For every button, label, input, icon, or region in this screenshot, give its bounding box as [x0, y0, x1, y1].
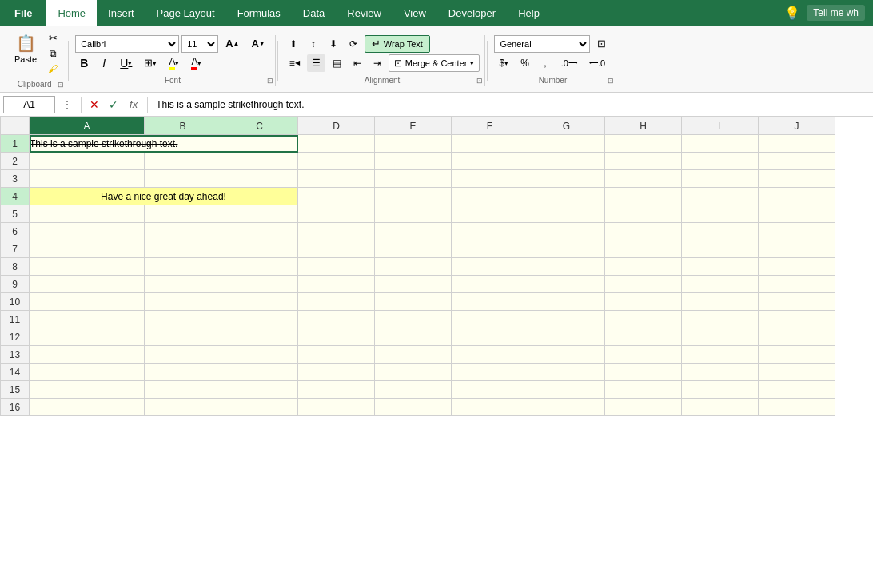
cell-g4[interactable] [528, 188, 605, 205]
increase-indent-button[interactable]: ⇥ [369, 54, 386, 72]
col-header-f[interactable]: F [452, 117, 528, 135]
number-expand-btn[interactable]: ⊡ [592, 35, 611, 53]
cell-d3[interactable] [298, 170, 375, 188]
number-format-select[interactable]: General [494, 35, 590, 53]
row-header-3[interactable]: 3 [1, 170, 30, 188]
cell-c5[interactable] [221, 205, 298, 223]
cell-g15[interactable] [528, 381, 605, 399]
cell-i16[interactable] [682, 399, 759, 416]
cell-g11[interactable] [528, 311, 605, 328]
cell-b15[interactable] [145, 381, 221, 399]
cell-d13[interactable] [298, 346, 375, 364]
cell-f11[interactable] [452, 311, 528, 328]
align-right-button[interactable]: ▤ [328, 54, 346, 72]
align-bottom-button[interactable]: ⬇ [325, 35, 342, 53]
cell-i7[interactable] [682, 240, 759, 258]
cell-j12[interactable] [759, 328, 835, 346]
cell-f12[interactable] [452, 328, 528, 346]
orientation-button[interactable]: ⟳ [345, 35, 362, 53]
cell-b6[interactable] [145, 223, 221, 240]
cell-j3[interactable] [759, 170, 835, 188]
align-mid-button[interactable]: ↕ [305, 35, 322, 53]
cell-f13[interactable] [452, 346, 528, 364]
cell-h3[interactable] [605, 170, 682, 188]
cell-c16[interactable] [221, 399, 298, 416]
fill-color-button[interactable]: A▾ [164, 54, 184, 72]
merge-center-dropdown-icon[interactable]: ▾ [470, 59, 474, 67]
cell-f6[interactable] [452, 223, 528, 240]
cell-f1[interactable] [452, 135, 528, 153]
row-header-2[interactable]: 2 [1, 153, 30, 170]
cell-d15[interactable] [298, 381, 375, 399]
tell-me-box[interactable]: Tell me wh [807, 5, 865, 21]
row-header-8[interactable]: 8 [1, 258, 30, 276]
cell-g7[interactable] [528, 240, 605, 258]
cell-a9[interactable] [30, 276, 145, 293]
paste-button[interactable]: 📋 Paste [8, 30, 43, 67]
row-header-15[interactable]: 15 [1, 381, 30, 399]
cell-a8[interactable] [30, 258, 145, 276]
cell-i5[interactable] [682, 205, 759, 223]
increase-font-button[interactable]: A▲ [221, 35, 244, 53]
cell-f4[interactable] [452, 188, 528, 205]
tab-page-layout[interactable]: Page Layout [146, 0, 226, 26]
cell-i11[interactable] [682, 311, 759, 328]
cell-g1[interactable] [528, 135, 605, 153]
tab-home[interactable]: Home [46, 0, 97, 26]
cell-i2[interactable] [682, 153, 759, 170]
cell-h9[interactable] [605, 276, 682, 293]
cell-c2[interactable] [221, 153, 298, 170]
col-header-e[interactable]: E [375, 117, 452, 135]
cell-g12[interactable] [528, 328, 605, 346]
cell-c9[interactable] [221, 276, 298, 293]
accounting-format-button[interactable]: $▾ [494, 54, 513, 72]
cell-c15[interactable] [221, 381, 298, 399]
align-top-button[interactable]: ⬆ [285, 35, 302, 53]
cell-b2[interactable] [145, 153, 221, 170]
cell-b11[interactable] [145, 311, 221, 328]
cell-d5[interactable] [298, 205, 375, 223]
cell-j7[interactable] [759, 240, 835, 258]
cell-i15[interactable] [682, 381, 759, 399]
cell-h5[interactable] [605, 205, 682, 223]
cell-i9[interactable] [682, 276, 759, 293]
cell-d1[interactable] [298, 135, 375, 153]
cell-d16[interactable] [298, 399, 375, 416]
row-header-5[interactable]: 5 [1, 205, 30, 223]
cell-c10[interactable] [221, 293, 298, 311]
cell-e6[interactable] [375, 223, 452, 240]
col-header-i[interactable]: I [682, 117, 759, 135]
cell-g8[interactable] [528, 258, 605, 276]
bold-button[interactable]: B [75, 54, 93, 72]
italic-button[interactable]: I [95, 54, 113, 72]
cell-e2[interactable] [375, 153, 452, 170]
clipboard-expand-icon[interactable]: ⊡ [58, 81, 64, 89]
cell-f14[interactable] [452, 364, 528, 381]
tab-developer[interactable]: Developer [437, 0, 507, 26]
cell-b14[interactable] [145, 364, 221, 381]
formula-bar-dots[interactable]: ⋮ [58, 98, 76, 111]
cell-d2[interactable] [298, 153, 375, 170]
cell-c3[interactable] [221, 170, 298, 188]
cell-e16[interactable] [375, 399, 452, 416]
cell-f5[interactable] [452, 205, 528, 223]
row-header-11[interactable]: 11 [1, 311, 30, 328]
cell-e14[interactable] [375, 364, 452, 381]
cell-e9[interactable] [375, 276, 452, 293]
cell-j8[interactable] [759, 258, 835, 276]
formula-input[interactable] [153, 99, 870, 110]
cell-a15[interactable] [30, 381, 145, 399]
cell-d14[interactable] [298, 364, 375, 381]
cell-f3[interactable] [452, 170, 528, 188]
cell-f15[interactable] [452, 381, 528, 399]
col-header-g[interactable]: G [528, 117, 605, 135]
col-header-c[interactable]: C [221, 117, 298, 135]
align-left-button[interactable]: ≡◀ [285, 54, 305, 72]
cell-c14[interactable] [221, 364, 298, 381]
cell-e10[interactable] [375, 293, 452, 311]
row-header-14[interactable]: 14 [1, 364, 30, 381]
cell-d4[interactable] [298, 188, 375, 205]
cell-i13[interactable] [682, 346, 759, 364]
cell-i10[interactable] [682, 293, 759, 311]
cell-i6[interactable] [682, 223, 759, 240]
